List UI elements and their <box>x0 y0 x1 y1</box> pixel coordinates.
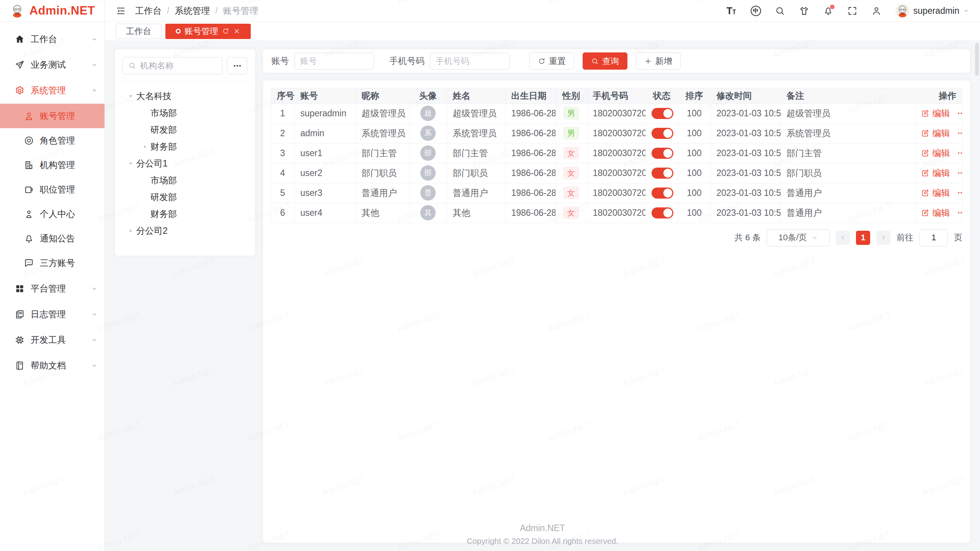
status-toggle[interactable] <box>652 207 673 218</box>
cell-phone: 18020030720 <box>587 183 645 203</box>
caret-down-icon[interactable] <box>125 93 136 99</box>
goto-page-input[interactable] <box>920 229 948 246</box>
status-toggle[interactable] <box>652 108 673 119</box>
edit-button[interactable]: 编辑 <box>921 147 950 159</box>
status-toggle[interactable] <box>652 148 673 159</box>
fullscreen-icon[interactable] <box>847 6 858 16</box>
chevron-down-icon <box>91 337 98 343</box>
header-actions: TT中 <box>727 6 882 16</box>
search-icon[interactable] <box>775 6 785 16</box>
cell-ops: 编辑 <box>915 163 962 183</box>
filter-panel: 账号 手机号码 重置 <box>263 49 970 73</box>
tree-node[interactable]: 财务部 <box>121 205 249 222</box>
cell-remark: 部门主管 <box>781 143 915 163</box>
tree-more-button[interactable] <box>227 57 247 74</box>
tree-node[interactable]: 分公司1 <box>121 155 249 172</box>
refresh-tab-icon[interactable] <box>222 28 229 35</box>
org-search-field[interactable] <box>140 61 217 71</box>
search-icon <box>591 57 599 65</box>
org-search-input[interactable] <box>122 57 222 74</box>
caret-right-icon[interactable] <box>125 228 136 234</box>
tab-workbench[interactable]: 工作台 <box>116 24 162 39</box>
row-more-button[interactable] <box>956 209 962 217</box>
edit-button[interactable]: 编辑 <box>921 167 950 179</box>
tab-account-mgmt[interactable]: 账号管理 <box>165 24 251 39</box>
fold-sidebar-icon[interactable] <box>116 6 126 16</box>
notification-icon[interactable] <box>823 6 833 16</box>
tree-node[interactable]: 大名科技 <box>121 88 249 104</box>
cell-ops: 编辑 <box>915 103 962 123</box>
breadcrumb-item[interactable]: 系统管理 <box>175 5 210 17</box>
tree-node[interactable]: 财务部 <box>121 138 249 155</box>
tree-node[interactable]: 分公司2 <box>121 222 249 239</box>
filter-actions: 重置 查询 新增 <box>529 52 681 70</box>
phone-filter-input[interactable] <box>430 53 510 70</box>
account-filter-field[interactable] <box>300 56 368 66</box>
scrollbar-thumb[interactable] <box>975 43 979 76</box>
cell-gender: 女 <box>555 203 587 223</box>
status-toggle[interactable] <box>652 128 673 139</box>
gender-badge: 男 <box>564 107 579 119</box>
tree-node[interactable]: 研发部 <box>121 121 249 138</box>
content-area: 大名科技市场部研发部财务部分公司1市场部研发部财务部分公司2 账号 手机号码 <box>105 41 980 551</box>
font-size-icon[interactable]: TT <box>727 6 737 16</box>
breadcrumb-item[interactable]: 工作台 <box>135 5 162 17</box>
sidebar-item-workbench[interactable]: 工作台 <box>0 27 105 51</box>
sidebar-item-account-mgmt[interactable]: 账号管理 <box>0 104 105 128</box>
status-toggle[interactable] <box>652 168 673 179</box>
tree-node[interactable]: 市场部 <box>121 104 249 121</box>
close-tab-icon[interactable] <box>233 28 240 35</box>
row-more-button[interactable] <box>956 189 962 197</box>
row-more-button[interactable] <box>956 129 962 137</box>
sidebar-item-help-docs[interactable]: 帮助文档 <box>0 353 105 378</box>
tree-node[interactable]: 市场部 <box>121 172 249 189</box>
sidebar-item-business-test[interactable]: 业务测试 <box>0 52 105 77</box>
edit-button[interactable]: 编辑 <box>921 108 950 119</box>
phone-filter-field[interactable] <box>436 56 504 66</box>
next-page-button[interactable] <box>876 231 890 245</box>
sidebar-item-role-mgmt[interactable]: 角色管理 <box>0 128 105 153</box>
tree-node[interactable]: 研发部 <box>121 189 249 205</box>
col-header-sort: 排序 <box>678 88 710 103</box>
col-header-avatar: 头像 <box>409 88 447 103</box>
row-more-button[interactable] <box>956 169 962 177</box>
page-1-button[interactable]: 1 <box>856 231 870 245</box>
caret-down-icon[interactable] <box>125 161 136 166</box>
row-more-button[interactable] <box>956 109 962 117</box>
query-button[interactable]: 查询 <box>583 52 627 70</box>
status-toggle[interactable] <box>652 187 673 199</box>
person-icon[interactable] <box>871 6 882 16</box>
profile-icon <box>24 209 34 219</box>
row-more-button[interactable] <box>956 149 962 157</box>
cell-name: 超级管理员 <box>447 103 505 123</box>
sidebar-item-log-mgmt[interactable]: 日志管理 <box>0 302 105 326</box>
language-icon[interactable]: 中 <box>751 6 761 16</box>
sidebar-item-position-mgmt[interactable]: 职位管理 <box>0 177 105 202</box>
cell-modified_time: 2023-01-03 10:59:44 <box>710 143 781 163</box>
sidebar-item-dev-tools[interactable]: 开发工具 <box>0 328 105 352</box>
cell-avatar: 其 <box>409 203 447 223</box>
sidebar-item-platform-mgmt[interactable]: 平台管理 <box>0 276 105 301</box>
cell-birth_date: 1986-06-28 <box>505 143 555 163</box>
cell-sort: 100 <box>678 183 710 203</box>
theme-icon[interactable] <box>799 6 809 16</box>
chevron-down-icon <box>91 62 98 68</box>
page-size-select[interactable]: 10条/页 <box>767 229 830 246</box>
prev-page-button[interactable] <box>836 231 850 245</box>
user-menu[interactable]: superadmin <box>895 4 969 18</box>
sidebar-item-org-mgmt[interactable]: 机构管理 <box>0 153 105 177</box>
sidebar-item-third-party-account[interactable]: 三方账号 <box>0 251 105 275</box>
edit-button[interactable]: 编辑 <box>921 127 950 139</box>
add-button[interactable]: 新增 <box>636 52 681 70</box>
sidebar-item-notice[interactable]: 通知公告 <box>0 226 105 251</box>
reset-button[interactable]: 重置 <box>529 52 574 70</box>
account-filter-input[interactable] <box>294 53 374 70</box>
pagination: 共 6 条 10条/页 1 前往 <box>271 229 962 246</box>
edit-button[interactable]: 编辑 <box>921 207 950 219</box>
cell-account: user3 <box>294 183 356 203</box>
cell-index: 1 <box>271 103 294 123</box>
sidebar-item-system-mgmt[interactable]: 系统管理 <box>0 78 105 103</box>
edit-button[interactable]: 编辑 <box>921 187 950 199</box>
caret-right-icon[interactable] <box>139 144 150 150</box>
sidebar-item-personal-center[interactable]: 个人中心 <box>0 202 105 226</box>
